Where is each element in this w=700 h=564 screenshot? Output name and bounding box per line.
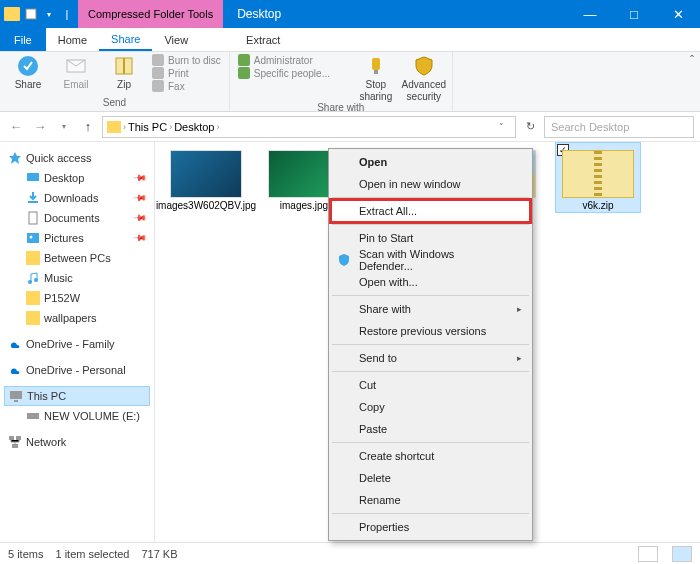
zip-icon: [562, 150, 634, 198]
group-label-send: Send: [8, 97, 221, 109]
menu-restore[interactable]: Restore previous versions: [331, 320, 530, 342]
sidebar-item-between[interactable]: Between PCs: [4, 248, 150, 268]
menu-send-to[interactable]: Send to▸: [331, 347, 530, 369]
nav-back-button[interactable]: ←: [6, 117, 26, 137]
ribbon-group-sharewith: Administrator Specific people... Stop sh…: [230, 52, 453, 111]
sidebar-item-p152w[interactable]: P152W: [4, 288, 150, 308]
qat-separator: |: [60, 7, 74, 21]
file-item[interactable]: images3W602QBV.jpg: [167, 150, 245, 211]
svg-rect-18: [14, 400, 18, 402]
breadcrumb-dropdown[interactable]: ˅: [491, 117, 511, 137]
admin-button[interactable]: Administrator: [238, 54, 348, 66]
file-name: images3W602QBV.jpg: [156, 200, 256, 211]
sidebar-onedrive-family[interactable]: OneDrive - Family: [4, 334, 150, 354]
share-button[interactable]: Share: [8, 54, 48, 90]
pin-icon: 📌: [133, 231, 148, 246]
svg-rect-12: [26, 251, 40, 265]
nav-forward-button[interactable]: →: [30, 117, 50, 137]
sidebar-item-pictures[interactable]: Pictures📌: [4, 228, 150, 248]
breadcrumb-item[interactable]: This PC: [128, 121, 167, 133]
svg-point-14: [34, 278, 38, 282]
menu-defender[interactable]: Scan with Windows Defender...: [331, 249, 530, 271]
svg-rect-4: [123, 58, 125, 74]
tab-extract[interactable]: Extract: [228, 28, 298, 51]
specific-people-button[interactable]: Specific people...: [238, 67, 348, 79]
status-selected: 1 item selected: [55, 548, 129, 560]
email-button[interactable]: Email: [56, 54, 96, 90]
sidebar-quick-access[interactable]: Quick access: [4, 148, 150, 168]
titlebar: ▾ | Compressed Folder Tools Desktop — □ …: [0, 0, 700, 28]
person-icon: [238, 54, 250, 66]
minimize-button[interactable]: —: [568, 0, 612, 28]
qat-dropdown-icon[interactable]: ▾: [42, 7, 56, 21]
qat-properties-icon[interactable]: [24, 7, 38, 21]
burn-button[interactable]: Burn to disc: [152, 54, 221, 66]
file-menu[interactable]: File: [0, 28, 46, 51]
sidebar-onedrive-personal[interactable]: OneDrive - Personal: [4, 360, 150, 380]
statusbar: 5 items 1 item selected 717 KB: [0, 542, 700, 564]
breadcrumb[interactable]: › This PC › Desktop › ˅: [102, 116, 516, 138]
menu-cut[interactable]: Cut: [331, 374, 530, 396]
menu-open-with[interactable]: Open with...: [331, 271, 530, 293]
status-item-count: 5 items: [8, 548, 43, 560]
menu-create-shortcut[interactable]: Create shortcut: [331, 445, 530, 467]
menu-paste[interactable]: Paste: [331, 418, 530, 440]
maximize-button[interactable]: □: [612, 0, 656, 28]
menu-open-new-window[interactable]: Open in new window: [331, 173, 530, 195]
ribbon-collapse-button[interactable]: ˆ: [684, 52, 700, 70]
menu-separator: [332, 371, 529, 372]
sidebar-this-pc[interactable]: This PC: [4, 386, 150, 406]
shield-icon: [337, 253, 351, 267]
menu-pin-start[interactable]: Pin to Start: [331, 227, 530, 249]
sidebar-new-volume[interactable]: NEW VOLUME (E:): [4, 406, 150, 426]
contextual-tab-header: Compressed Folder Tools: [78, 0, 223, 28]
svg-marker-7: [9, 152, 21, 164]
sidebar-item-wallpapers[interactable]: wallpapers: [4, 308, 150, 328]
sidebar-item-desktop[interactable]: Desktop📌: [4, 168, 150, 188]
stop-sharing-button[interactable]: Stop sharing: [356, 54, 396, 102]
menu-share-with[interactable]: Share with▸: [331, 298, 530, 320]
menu-extract-all[interactable]: Extract All...: [331, 200, 530, 222]
sidebar-item-documents[interactable]: Documents📌: [4, 208, 150, 228]
menu-rename[interactable]: Rename: [331, 489, 530, 511]
pin-icon: 📌: [133, 191, 148, 206]
menu-copy[interactable]: Copy: [331, 396, 530, 418]
tab-view[interactable]: View: [152, 28, 200, 51]
ribbon: Share Email Zip Burn to disc Print Fax S…: [0, 52, 700, 112]
sidebar-network[interactable]: Network: [4, 432, 150, 452]
svg-rect-21: [16, 436, 21, 440]
view-details-button[interactable]: [638, 546, 658, 562]
thumbnail: [170, 150, 242, 198]
view-thumbnails-button[interactable]: [672, 546, 692, 562]
refresh-button[interactable]: ↻: [520, 120, 540, 133]
menu-properties[interactable]: Properties: [331, 516, 530, 538]
svg-rect-19: [27, 413, 39, 419]
fax-button[interactable]: Fax: [152, 80, 221, 92]
svg-rect-22: [12, 444, 18, 448]
zip-button[interactable]: Zip: [104, 54, 144, 90]
sidebar-item-music[interactable]: Music: [4, 268, 150, 288]
tab-home[interactable]: Home: [46, 28, 99, 51]
print-button[interactable]: Print: [152, 67, 221, 79]
svg-point-11: [30, 236, 33, 239]
menu-separator: [332, 344, 529, 345]
svg-rect-20: [9, 436, 14, 440]
print-icon: [152, 67, 164, 79]
pin-icon: 📌: [133, 211, 148, 226]
file-item-selected[interactable]: ✓ v6k.zip: [559, 150, 637, 211]
advanced-security-button[interactable]: Advanced security: [404, 54, 444, 102]
menu-open[interactable]: Open: [331, 151, 530, 173]
close-button[interactable]: ✕: [656, 0, 700, 28]
svg-rect-10: [27, 233, 39, 243]
nav-recent-button[interactable]: ▾: [54, 117, 74, 137]
menu-separator: [332, 442, 529, 443]
sidebar-item-downloads[interactable]: Downloads📌: [4, 188, 150, 208]
people-icon: [238, 67, 250, 79]
menu-delete[interactable]: Delete: [331, 467, 530, 489]
tab-share[interactable]: Share: [99, 28, 152, 51]
search-input[interactable]: Search Desktop: [544, 116, 694, 138]
ribbon-group-send: Share Email Zip Burn to disc Print Fax S…: [0, 52, 230, 111]
nav-up-button[interactable]: ↑: [78, 117, 98, 137]
breadcrumb-item[interactable]: Desktop: [174, 121, 214, 133]
svg-point-13: [28, 280, 32, 284]
